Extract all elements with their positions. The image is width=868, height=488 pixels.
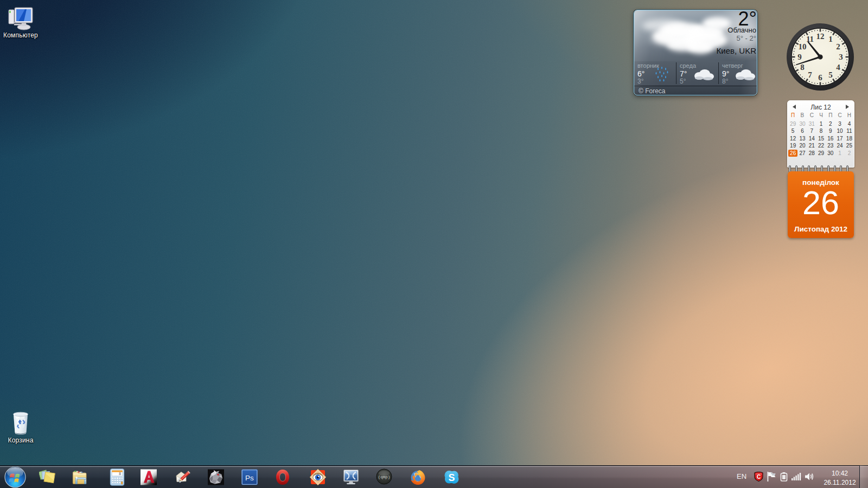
svg-text:5: 5 bbox=[828, 70, 833, 79]
svg-text:11: 11 bbox=[806, 35, 814, 43]
svg-text:1: 1 bbox=[828, 35, 833, 43]
svg-text:4: 4 bbox=[836, 63, 840, 72]
svg-text:8: 8 bbox=[119, 472, 121, 476]
svg-text:3: 3 bbox=[839, 53, 843, 61]
svg-text:Ps: Ps bbox=[245, 474, 254, 482]
svg-text:C: C bbox=[757, 474, 761, 480]
svg-text:12: 12 bbox=[816, 32, 825, 41]
svg-text:6: 6 bbox=[818, 73, 822, 82]
svg-text:(qmp): (qmp) bbox=[378, 475, 391, 479]
svg-text:7: 7 bbox=[808, 70, 812, 79]
svg-text:8: 8 bbox=[800, 63, 805, 72]
svg-text:2: 2 bbox=[836, 42, 840, 51]
svg-text:10: 10 bbox=[799, 42, 807, 51]
svg-text:9: 9 bbox=[797, 53, 802, 61]
svg-text:S: S bbox=[448, 472, 455, 483]
